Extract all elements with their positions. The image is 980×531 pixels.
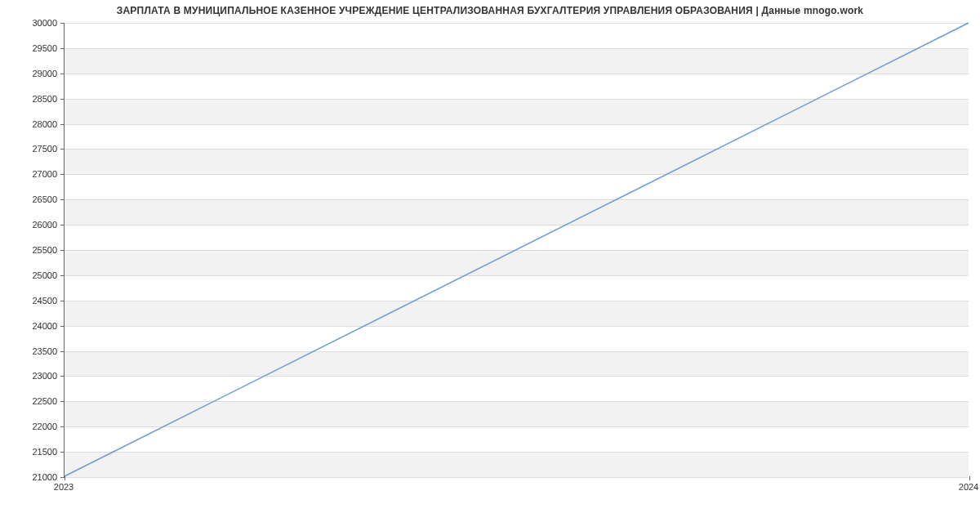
y-tick-mark [60,351,65,352]
y-tick-mark [60,401,65,402]
y-tick-label: 27000 [8,169,57,179]
line-series [65,23,969,476]
y-tick-label: 21000 [8,472,57,482]
y-tick-label: 28000 [8,119,57,129]
x-tick-label: 2023 [54,482,74,492]
chart-container: ЗАРПЛАТА В МУНИЦИПАЛЬНОЕ КАЗЕННОЕ УЧРЕЖД… [0,0,980,506]
grid-line [65,477,969,478]
y-tick-mark [60,301,65,301]
y-tick-mark [60,199,65,200]
y-tick-label: 24000 [8,321,57,331]
x-tick-mark [969,476,970,480]
y-tick-mark [60,74,65,74]
y-tick-label: 29500 [8,43,57,53]
y-tick-mark [60,452,65,453]
y-tick-label: 28500 [8,94,57,104]
chart-title: ЗАРПЛАТА В МУНИЦИПАЛЬНОЕ КАЗЕННОЕ УЧРЕЖД… [0,5,980,16]
y-tick-label: 23000 [8,371,57,381]
y-tick-label: 29000 [8,69,57,78]
y-tick-mark [60,326,65,327]
y-tick-mark [60,426,65,427]
y-tick-label: 22500 [8,396,57,406]
y-tick-label: 24500 [8,296,57,306]
y-tick-mark [60,149,65,149]
y-tick-mark [60,174,65,175]
y-tick-mark [60,275,65,276]
x-tick-label: 2024 [959,482,978,492]
y-tick-mark [60,99,65,100]
y-tick-mark [60,124,65,125]
y-tick-label: 22000 [8,422,57,431]
y-tick-label: 23500 [8,346,57,356]
y-tick-label: 26500 [8,194,57,204]
y-tick-mark [60,48,65,49]
y-tick-label: 27500 [8,144,57,154]
plot-area [64,23,969,477]
y-tick-mark [60,250,65,251]
y-tick-label: 30000 [8,18,57,28]
y-tick-mark [60,376,65,377]
y-tick-mark [60,23,65,24]
y-tick-mark [60,225,65,225]
y-tick-label: 25000 [8,270,57,280]
y-tick-label: 21500 [8,447,57,457]
y-tick-label: 26000 [8,220,57,230]
y-tick-label: 25500 [8,245,57,255]
x-tick-mark [65,476,65,480]
